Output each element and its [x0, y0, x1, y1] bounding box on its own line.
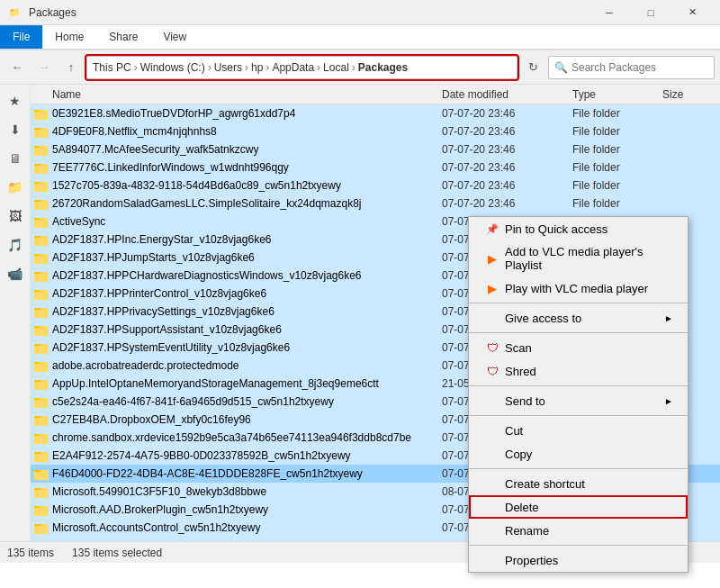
forward-button[interactable]: →	[32, 56, 56, 79]
file-name: E2A4F912-2574-4A75-9BB0-0D023378592B_cw5…	[52, 449, 442, 462]
folder-icon	[34, 196, 49, 211]
folder-icon	[34, 160, 49, 175]
folder-icon	[34, 340, 49, 355]
svg-rect-47	[34, 382, 49, 390]
ctx-item-label: Scan	[505, 341, 532, 355]
table-row[interactable]: 1527c705-839a-4832-9118-54d4Bd6a0c89_cw5…	[31, 176, 720, 194]
svg-rect-38	[34, 328, 49, 336]
path-hp[interactable]: hp	[251, 61, 263, 74]
maximize-button[interactable]: □	[630, 0, 671, 25]
context-menu: 📌 Pin to Quick access ▶ Add to VLC media…	[468, 216, 688, 573]
sidebar-icon-video[interactable]: 📹	[3, 261, 28, 286]
context-menu-item[interactable]: Rename	[469, 519, 688, 542]
col-header-type[interactable]: Type	[572, 88, 662, 101]
sidebar-icon-docs[interactable]: 📁	[3, 175, 28, 200]
file-name: Microsoft.AccountsControl_cw5n1h2txyewy	[52, 521, 442, 534]
col-header-name[interactable]: Name	[34, 88, 442, 101]
refresh-button[interactable]: ↻	[521, 56, 544, 79]
folder-icon	[34, 178, 49, 193]
sidebar-icon-music[interactable]: 🎵	[3, 232, 28, 258]
submenu-arrow: ►	[664, 313, 673, 323]
file-name: 5A894077.McAfeeSecurity_wafk5atnkzcwy	[52, 143, 442, 156]
context-menu-separator	[469, 385, 688, 386]
table-row[interactable]: 7EE7776C.LinkedInforWindows_w1wdnht996qg…	[31, 158, 720, 176]
context-menu-item[interactable]: Copy	[469, 442, 688, 466]
ctx-item-label: Play with VLC media player	[505, 282, 648, 295]
ctx-item-left: 📌 Pin to Quick access	[483, 222, 608, 236]
sidebar-icon-star[interactable]: ★	[3, 88, 28, 113]
file-type: File folder	[572, 107, 662, 120]
pin-icon: 📌	[483, 222, 501, 236]
folder-icon	[34, 484, 49, 499]
file-name: 0E3921E8.sMedioTrueDVDforHP_agwrg61xdd7p…	[52, 107, 442, 120]
context-menu-item[interactable]: Cut	[469, 419, 688, 442]
file-name: ActiveSync	[52, 215, 442, 228]
back-button[interactable]: ←	[5, 56, 29, 79]
table-row[interactable]: 0E3921E8.sMedioTrueDVDforHP_agwrg61xdd7p…	[31, 104, 720, 122]
table-row[interactable]: 4DF9E0F8.Netflix_mcm4njqhnhs8 07-07-20 2…	[31, 122, 720, 140]
context-menu-item[interactable]: Give access to ►	[469, 306, 688, 330]
sidebar-icon-pictures[interactable]: 🖼	[3, 204, 28, 229]
svg-rect-50	[34, 400, 49, 408]
folder-icon	[34, 214, 49, 229]
ctx-item-left: Send to	[483, 394, 545, 408]
tab-file[interactable]: File	[0, 25, 42, 49]
context-menu-item[interactable]: ▶ Play with VLC media player	[469, 276, 688, 300]
ctx-item-left: Give access to	[483, 311, 581, 325]
context-menu-item[interactable]: Create shortcut	[469, 472, 688, 495]
context-menu-item[interactable]: 📌 Pin to Quick access	[469, 217, 688, 240]
context-menu-item[interactable]: Send to ►	[469, 389, 688, 412]
empty-icon	[483, 476, 501, 491]
col-header-size[interactable]: Size	[662, 88, 716, 101]
path-appdata[interactable]: AppData	[272, 61, 314, 74]
context-menu-item[interactable]: Delete	[469, 495, 688, 519]
ctx-item-label: Give access to	[505, 312, 581, 325]
up-button[interactable]: ↑	[59, 56, 83, 79]
tab-share[interactable]: Share	[96, 25, 150, 49]
ribbon-tabs: File Home Share View	[0, 25, 720, 50]
tab-view[interactable]: View	[150, 25, 199, 49]
empty-icon	[483, 447, 501, 461]
minimize-button[interactable]: ─	[589, 0, 630, 25]
close-button[interactable]: ✕	[671, 0, 713, 25]
context-menu-item[interactable]: ▶ Add to VLC media player's Playlist	[469, 240, 688, 276]
col-header-date[interactable]: Date modified	[442, 88, 572, 101]
svg-rect-23	[34, 238, 49, 246]
folder-icon	[34, 232, 49, 247]
search-box[interactable]: 🔍	[548, 56, 715, 79]
file-name: AD2F1837.HPJumpStarts_v10z8vjag6ke6	[52, 251, 442, 264]
file-name: Microsoft.Advertising.Xaml_8wekyb3d8bbwe	[52, 539, 442, 541]
table-row[interactable]: 5A894077.McAfeeSecurity_wafk5atnkzcwy 07…	[31, 140, 720, 158]
file-date: 07-07-20 23:46	[442, 107, 572, 120]
svg-rect-32	[34, 292, 49, 300]
context-menu-item[interactable]: 🛡 Shred	[469, 359, 688, 383]
context-menu-separator	[469, 415, 688, 416]
ctx-item-left: Cut	[483, 423, 523, 438]
folder-icon	[34, 466, 49, 481]
tab-home[interactable]: Home	[42, 25, 96, 49]
folder-icon	[34, 304, 49, 319]
search-input[interactable]	[572, 61, 708, 74]
empty-icon	[483, 311, 501, 325]
path-users[interactable]: Users	[214, 61, 242, 74]
svg-rect-14	[34, 184, 49, 192]
sidebar-icon-download[interactable]: ⬇	[3, 117, 28, 142]
addressbar: ← → ↑ This PC › Windows (C:) › Users › h…	[0, 50, 720, 85]
path-thispc[interactable]: This PC	[93, 61, 131, 74]
context-menu-separator	[469, 468, 688, 469]
context-menu-item[interactable]: Properties	[469, 548, 688, 572]
file-name: AD2F1837.HPPrivacySettings_v10z8vjag6ke6	[52, 305, 442, 318]
folder-icon	[34, 448, 49, 463]
path-local[interactable]: Local	[323, 61, 349, 74]
address-box[interactable]: This PC › Windows (C:) › Users › hp › Ap…	[86, 56, 518, 79]
svg-rect-26	[34, 256, 49, 264]
table-row[interactable]: 26720RandomSaladGamesLLC.SimpleSolitaire…	[31, 194, 720, 213]
ctx-item-label: Delete	[505, 501, 539, 514]
file-name: F46D4000-FD22-4DB4-AC8E-4E1DDDE828FE_cw5…	[52, 467, 442, 480]
context-menu-item[interactable]: 🛡 Scan	[469, 336, 688, 359]
svg-rect-41	[34, 346, 49, 354]
selected-count: 135 items selected	[72, 547, 162, 559]
sidebar-icon-desktop[interactable]: 🖥	[3, 146, 28, 171]
path-packages[interactable]: Packages	[358, 61, 408, 74]
path-windows[interactable]: Windows (C:)	[140, 61, 205, 74]
